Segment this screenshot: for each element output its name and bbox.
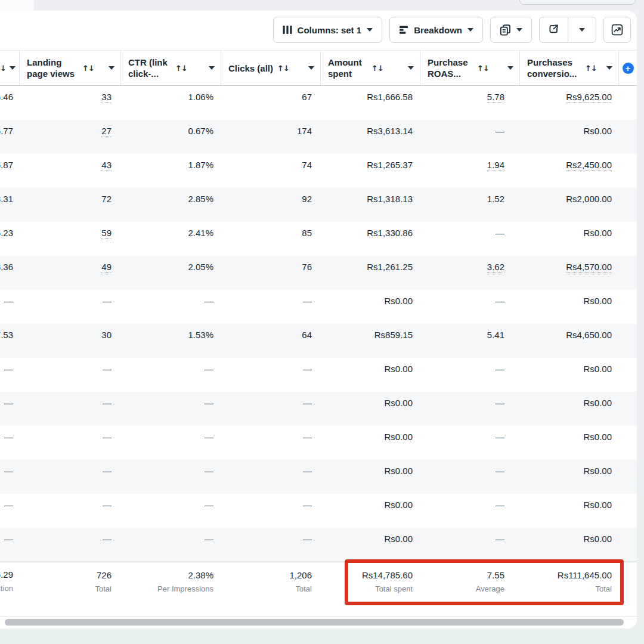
- table-cell: —: [0, 358, 20, 392]
- header-cell-1[interactable]: Landing page views↑↓: [20, 51, 121, 85]
- table-cell: Rs4,650.00: [520, 324, 619, 358]
- header-cell-6[interactable]: Purchases conversio...↑↓: [520, 51, 619, 85]
- sort-icon[interactable]: ↑↓: [175, 63, 187, 74]
- cut-cell-value: —: [4, 431, 13, 443]
- table-cell: —: [221, 528, 321, 562]
- table-row: 8.31722.85%92Rs1,318.131.52Rs2,000.00: [0, 188, 637, 222]
- table-row: ————Rs0.00—Rs0.00: [0, 358, 637, 392]
- header-cell-add: +: [619, 51, 637, 85]
- cut-cell-value: 6.46: [0, 91, 13, 103]
- metric-value-link[interactable]: 33: [101, 92, 112, 103]
- table-cell: —: [0, 290, 20, 324]
- metric-value-link[interactable]: 1.94: [487, 160, 504, 171]
- export-options-button[interactable]: [568, 17, 596, 42]
- header-cell-4[interactable]: Amount spent↑↓: [321, 51, 420, 85]
- metric-value-link[interactable]: 3.62: [487, 262, 504, 273]
- totals-label: Total: [221, 584, 312, 594]
- sort-icon[interactable]: ↑↓: [477, 63, 489, 74]
- chevron-down-icon[interactable]: [109, 66, 114, 70]
- table-cell: —: [121, 460, 221, 494]
- breakdown-button[interactable]: Breakdown: [389, 17, 483, 43]
- chevron-down-icon[interactable]: [308, 66, 314, 70]
- table-row: 7.53301.53%64Rs859.155.41Rs4,650.00: [0, 324, 637, 358]
- table-cell: Rs0.00: [520, 528, 619, 562]
- totals-label: Total: [520, 584, 612, 594]
- table-cell: —: [121, 290, 221, 324]
- table-row: ————Rs0.00—Rs0.00: [0, 494, 637, 528]
- table-cell: 49: [20, 256, 121, 290]
- chevron-down-icon: [467, 28, 473, 32]
- table-cell: Rs859.15: [321, 324, 420, 358]
- cut-cell-value: —: [4, 295, 13, 307]
- table-cell: 43: [20, 154, 121, 188]
- metric-value-link[interactable]: 49: [101, 262, 112, 273]
- table-row: 6.23592.41%85Rs1,330.86—Rs0.00: [0, 222, 637, 256]
- table-cell: 6.23: [0, 222, 20, 256]
- add-column-button[interactable]: +: [623, 63, 634, 74]
- metric-value-link[interactable]: 59: [101, 228, 112, 239]
- horizontal-scrollbar-thumb[interactable]: [5, 619, 624, 626]
- sort-icon[interactable]: ↑↓: [82, 63, 94, 74]
- table-cell: Rs0.00: [321, 426, 420, 460]
- header-cell-3[interactable]: Clicks (all)↑↓: [221, 51, 321, 85]
- totals-label: Average: [420, 584, 504, 594]
- totals-cell: 7.55Average: [420, 562, 520, 606]
- table-cell: 27: [20, 120, 121, 154]
- totals-row: 6.29ction726Total2.38%Per Impressions1,2…: [0, 562, 637, 606]
- columns-button[interactable]: Columns: set 1: [273, 17, 383, 43]
- header-label: Purchases conversio...: [527, 57, 581, 79]
- chevron-down-icon[interactable]: [408, 66, 414, 70]
- reports-button[interactable]: [490, 17, 532, 43]
- header-label: CTR (link click-...: [128, 57, 171, 79]
- chevron-down-icon: [579, 28, 585, 32]
- table-cell: —: [20, 528, 121, 562]
- export-button[interactable]: [540, 17, 568, 42]
- cut-cell-value: —: [4, 465, 13, 477]
- ads-manager-screen: Columns: set 1 Breakdown: [0, 0, 644, 644]
- top-strip: [0, 0, 644, 11]
- header-cell-5[interactable]: Purchase ROAS...↑↓: [420, 51, 520, 85]
- table-cell: Rs0.00: [520, 460, 619, 494]
- header-cell-2[interactable]: CTR (link click-...↑↓: [121, 51, 221, 85]
- charts-button[interactable]: [603, 17, 631, 43]
- chevron-down-icon[interactable]: [10, 66, 16, 70]
- cut-cell-value: 7.53: [0, 329, 13, 341]
- table-cell: Rs0.00: [520, 120, 619, 154]
- header-label: Landing page views: [27, 57, 78, 79]
- duplicate-pages-icon: [500, 24, 511, 36]
- chevron-down-icon[interactable]: [209, 66, 215, 70]
- sort-icon[interactable]: ↑↓: [371, 63, 383, 74]
- table-body: 6.46331.06%67Rs1,666.585.78Rs9,625.006.7…: [0, 86, 637, 562]
- browser-tab-remnant[interactable]: [0, 0, 34, 11]
- header-label: Clicks (all): [228, 63, 273, 74]
- sort-icon[interactable]: ↑↓: [277, 63, 289, 74]
- metric-value-link[interactable]: 43: [101, 160, 112, 171]
- totals-value: Rs14,785.60: [321, 569, 413, 581]
- table-cell: 6.77: [0, 120, 20, 154]
- chevron-down-icon: [367, 28, 373, 32]
- table-cell: 174: [221, 120, 321, 154]
- totals-cell: 1,206Total: [221, 562, 321, 606]
- table-cell: 1.53%: [121, 324, 221, 358]
- metric-value-link[interactable]: 5.78: [487, 92, 504, 103]
- sort-icon[interactable]: ↑↓: [0, 63, 6, 74]
- sort-icon[interactable]: ↑↓: [585, 63, 597, 74]
- table-cell: —: [420, 222, 520, 256]
- table-cell: —: [0, 426, 20, 460]
- metric-value-link[interactable]: Rs9,625.00: [566, 92, 612, 103]
- cut-cell-value: 8.31: [0, 193, 13, 205]
- metric-value-link[interactable]: 27: [101, 126, 112, 137]
- header-cell-cut[interactable]: ↑↓: [0, 51, 20, 85]
- cut-top-control[interactable]: [519, 0, 636, 5]
- totals-value: 6.29: [0, 569, 13, 580]
- cut-cell-value: —: [4, 363, 13, 375]
- chevron-down-icon[interactable]: [606, 66, 612, 70]
- breakdown-icon: [399, 25, 408, 35]
- table-row: ————Rs0.00—Rs0.00: [0, 460, 637, 494]
- table-cell: 92: [221, 188, 321, 222]
- chevron-down-icon[interactable]: [507, 66, 513, 70]
- table-cell: 6.87: [0, 154, 20, 188]
- metric-value-link[interactable]: Rs2,450.00: [566, 160, 612, 171]
- table-cell: 1.94: [420, 154, 520, 188]
- metric-value-link[interactable]: Rs4,570.00: [566, 262, 612, 273]
